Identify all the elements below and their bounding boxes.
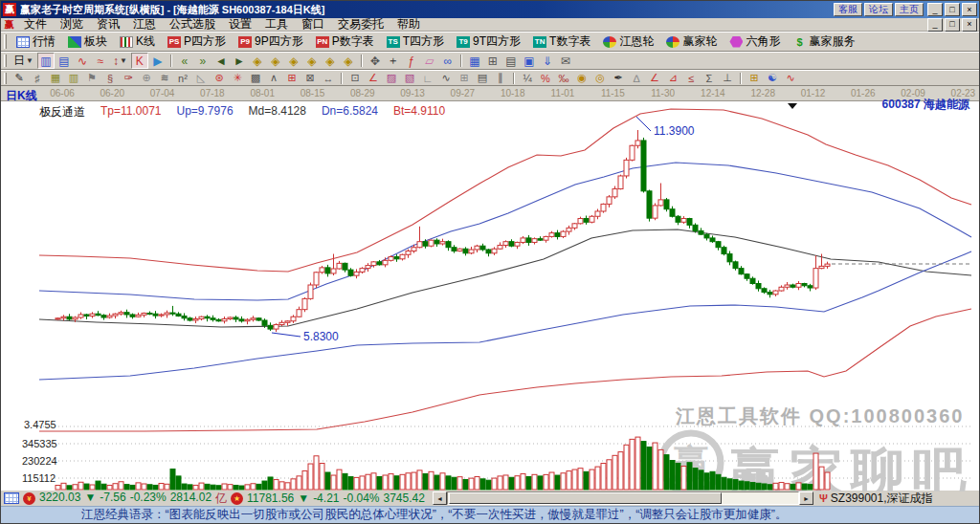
brush-tool-button[interactable]: ✑ bbox=[120, 71, 137, 85]
candle-type-button[interactable]: ↕▼ bbox=[110, 53, 130, 69]
menu-item-trade[interactable]: 交易委托 bbox=[331, 18, 390, 31]
t9-square-button[interactable]: T99T四方形 bbox=[451, 33, 526, 51]
shaded-box-button[interactable]: ▨ bbox=[383, 71, 400, 85]
menu-item-settings[interactable]: 设置 bbox=[222, 18, 258, 31]
binoculars-button[interactable]: ∞ bbox=[439, 53, 457, 69]
golden-circle-button[interactable]: ◎ bbox=[591, 71, 609, 85]
matrix-grid-button[interactable]: ⊞ bbox=[746, 71, 763, 85]
percent-lines-button[interactable]: % bbox=[537, 71, 554, 85]
child-restore-button[interactable]: □ bbox=[945, 18, 960, 32]
ratio-lines-button[interactable]: ¼ bbox=[519, 71, 536, 85]
box-cross-button[interactable]: ⊠ bbox=[301, 71, 319, 85]
ink-marker-button[interactable]: ✒ bbox=[610, 71, 627, 85]
triangle-measure-button[interactable]: ◺ bbox=[192, 71, 210, 85]
scrollbar-thumb[interactable] bbox=[449, 492, 722, 504]
shaded-box-2-button[interactable]: ▧ bbox=[401, 71, 418, 85]
kline-view-button[interactable]: K bbox=[131, 53, 148, 69]
titlebar-link-home[interactable]: 主页 bbox=[895, 3, 924, 16]
star-rays-button[interactable]: ✳ bbox=[229, 71, 246, 85]
angle-tool-3-button[interactable]: ≤ bbox=[682, 71, 700, 85]
right-angle-button[interactable]: ⊿ bbox=[664, 71, 681, 85]
menu-item-window[interactable]: 窗口 bbox=[295, 18, 331, 31]
titlebar-link-service[interactable]: 客服 bbox=[834, 3, 862, 16]
scroll-right-button[interactable]: ► bbox=[799, 491, 813, 505]
flag-tool-button[interactable]: ⚑ bbox=[83, 71, 100, 85]
last-page-button[interactable]: » bbox=[194, 53, 212, 69]
period-day-button[interactable]: 日▼ bbox=[11, 53, 36, 69]
gann-target-button[interactable]: ⊛ bbox=[211, 71, 228, 85]
row-grid-button[interactable]: ▤ bbox=[474, 71, 491, 85]
curve-pointer-button[interactable]: ƒ bbox=[403, 53, 420, 69]
plus-grid-button[interactable]: ⊞ bbox=[456, 71, 473, 85]
child-close-button[interactable]: × bbox=[962, 18, 977, 32]
chart-area[interactable]: 06-0606-2007-0407-1808-0108-1508-2909-13… bbox=[1, 86, 979, 490]
sectors-button[interactable]: 板块 bbox=[62, 33, 113, 51]
angle-tool-2-button[interactable]: ∠ bbox=[646, 71, 663, 85]
t-square-button[interactable]: TST四方形 bbox=[381, 33, 450, 51]
market-button[interactable]: 行情 bbox=[11, 33, 61, 51]
send-mail-button[interactable]: ✉ bbox=[557, 53, 574, 69]
angle-line-button[interactable]: ∟ bbox=[419, 71, 436, 85]
t-number-table-button[interactable]: TNT数字表 bbox=[527, 33, 596, 51]
p-number-table-button[interactable]: PNP数字表 bbox=[310, 33, 380, 51]
p9-square-button[interactable]: P99P四方形 bbox=[233, 33, 309, 51]
dense-grid-button[interactable]: ⊞ bbox=[283, 71, 301, 85]
wave-tool-button[interactable]: ∿ bbox=[782, 71, 799, 85]
sh-index-icon[interactable]: ¥ bbox=[23, 492, 35, 505]
expand-vertical-button[interactable]: ◈ bbox=[322, 53, 339, 69]
menu-item-help[interactable]: 帮助 bbox=[390, 18, 427, 31]
grid-square-button[interactable]: ▦ bbox=[47, 71, 64, 85]
titlebar-link-forum[interactable]: 论坛 bbox=[864, 3, 893, 16]
kline-button[interactable]: K线 bbox=[114, 33, 161, 51]
menu-item-gann[interactable]: 江恩 bbox=[126, 18, 163, 31]
steps-tool-button[interactable]: Σ bbox=[701, 71, 718, 85]
gann-wheel-button[interactable]: 江恩轮 bbox=[597, 33, 659, 51]
child-minimize-button[interactable]: _ bbox=[927, 18, 943, 32]
zoom-right-button[interactable]: ◈ bbox=[267, 53, 284, 69]
price-box-button[interactable]: ▩ bbox=[247, 71, 264, 85]
chart-canvas[interactable]: 江恩工具软件 QQ:100800360赢赢家聊吧3.47553453352302… bbox=[1, 86, 980, 491]
sz-index-icon[interactable]: ★ bbox=[231, 492, 243, 505]
circle-rings-button[interactable]: ⊕ bbox=[138, 71, 155, 85]
triangle-tool-button[interactable]: ∆ bbox=[628, 71, 645, 85]
prev-bar-button[interactable]: ◄ bbox=[212, 53, 230, 69]
save-image-button[interactable]: ▣ bbox=[521, 53, 538, 69]
zoom-out-horizontal-button[interactable]: ◈ bbox=[303, 53, 321, 69]
calendar-button[interactable]: ▦ bbox=[466, 53, 483, 69]
n-square-button[interactable]: n² bbox=[174, 71, 191, 85]
hand-drag-button[interactable]: ✥ bbox=[367, 53, 384, 69]
zoom-left-button[interactable]: ◈ bbox=[249, 53, 266, 69]
download-data-button[interactable]: ⇓ bbox=[539, 53, 556, 69]
f10-info-button[interactable]: ▤ bbox=[56, 53, 73, 69]
compress-vertical-button[interactable]: ◈ bbox=[340, 53, 357, 69]
add-marker-button[interactable]: ＋ bbox=[385, 53, 402, 69]
hexagon-button[interactable]: 六角形 bbox=[724, 33, 786, 51]
menu-item-news[interactable]: 资讯 bbox=[90, 18, 126, 31]
grid-square-2-button[interactable]: ▥ bbox=[65, 71, 82, 85]
replay-button[interactable]: ▶ bbox=[149, 53, 167, 69]
parallel-lines-button[interactable]: ∥ bbox=[492, 71, 509, 85]
p-square-button[interactable]: PSP四方形 bbox=[162, 33, 232, 51]
minute-chart-button[interactable]: ▥ bbox=[37, 53, 55, 69]
permille-lines-button[interactable]: ‰ bbox=[555, 71, 572, 85]
eraser-button[interactable]: ▱ bbox=[421, 53, 438, 69]
minimize-button[interactable]: _ bbox=[927, 3, 943, 16]
menu-item-tools[interactable]: 工具 bbox=[258, 18, 295, 31]
trend-chart-button[interactable]: ∿ bbox=[74, 53, 91, 69]
scrollbar-track[interactable] bbox=[447, 491, 799, 505]
zigzag-wave-button[interactable]: ∿ bbox=[437, 71, 455, 85]
calculator-button[interactable]: ⊞ bbox=[484, 53, 501, 69]
next-bar-button[interactable]: ► bbox=[231, 53, 248, 69]
restore-button[interactable]: □ bbox=[945, 3, 960, 16]
close-button[interactable]: × bbox=[962, 3, 977, 16]
window-box-button[interactable]: ⊡ bbox=[346, 71, 364, 85]
gann-fan-button[interactable]: ∠ bbox=[365, 71, 382, 85]
menu-item-browse[interactable]: 浏览 bbox=[54, 18, 90, 31]
spiral-tool-button[interactable]: § bbox=[101, 71, 119, 85]
menu-item-formula-pick[interactable]: 公式选股 bbox=[163, 18, 222, 31]
peak-mark-button[interactable]: ∧ bbox=[265, 71, 282, 85]
notepad-button[interactable]: ▤ bbox=[502, 53, 520, 69]
time-cycle-button[interactable]: ≋ bbox=[156, 71, 173, 85]
yin-yang-button[interactable]: ☯ bbox=[764, 71, 781, 85]
menu-item-file[interactable]: 文件 bbox=[17, 18, 54, 31]
